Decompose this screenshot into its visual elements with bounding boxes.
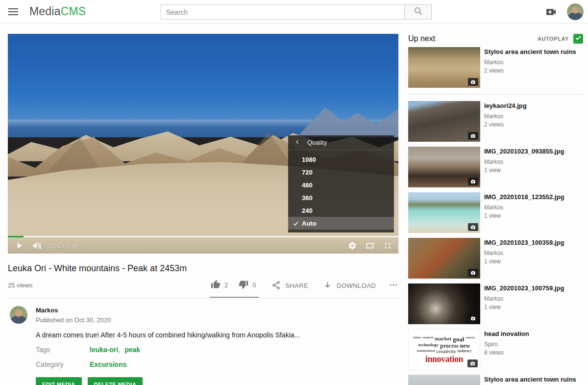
- up-next-item-title: Stylos area ancient town ruins: [484, 48, 576, 56]
- app-logo[interactable]: MediaCMS: [29, 5, 86, 18]
- author-section: Markos Published on Oct 30, 2020: [8, 306, 398, 324]
- up-next-item-author: Markos: [484, 295, 564, 302]
- media-thumbnail[interactable]: [408, 283, 480, 324]
- quality-options: 1080 720 480 360: [288, 150, 394, 232]
- media-thumbnail[interactable]: [408, 47, 480, 88]
- quality-option-label: 480: [302, 181, 313, 189]
- category-row: Category Excursions: [36, 360, 398, 368]
- dislike-button[interactable]: 0: [239, 280, 256, 291]
- up-next-item-title: IMG_20201023_100359.jpg: [484, 239, 564, 247]
- up-next-item-author: Markos: [484, 250, 564, 257]
- theater-mode-icon: [365, 241, 375, 251]
- ratings-group: 2 0: [210, 280, 259, 298]
- time-display: 0:01 / 0:46: [49, 242, 78, 249]
- check-icon: [288, 207, 302, 214]
- share-button[interactable]: SHARE: [271, 281, 308, 297]
- image-type-badge: [468, 178, 478, 185]
- divider: [8, 298, 398, 298]
- quality-option-label: 360: [302, 194, 313, 202]
- fullscreen-icon: [383, 241, 392, 250]
- quality-option-label: 1080: [302, 156, 316, 163]
- search-icon: [414, 6, 423, 18]
- media-thumbnail[interactable]: [408, 147, 480, 187]
- quality-option[interactable]: Auto: [288, 217, 394, 230]
- check-icon: [288, 195, 302, 201]
- autoplay-label: AUTOPLAY: [538, 36, 569, 42]
- media-thumbnail[interactable]: [408, 192, 480, 233]
- up-next-title: Up next: [408, 34, 435, 43]
- search-button[interactable]: [405, 4, 432, 20]
- search-input[interactable]: [161, 4, 405, 20]
- up-next-item-title: IMG_20201018_123552.jpg: [484, 193, 564, 201]
- play-button[interactable]: [14, 241, 24, 251]
- image-type-badge: [468, 223, 478, 231]
- image-type-badge: [468, 314, 478, 322]
- category-link[interactable]: Excursions: [90, 360, 126, 368]
- up-next-item[interactable]: Stylos area ancient town ruins Markos 2 …: [408, 47, 583, 95]
- video-player[interactable]: 0:01 / 0:46 Quality: [8, 34, 398, 254]
- up-next-item[interactable]: IMG_20201023_093855.jpg Markos 1 view: [408, 147, 583, 187]
- quality-option[interactable]: 360: [288, 191, 394, 204]
- tag-link[interactable]: peak: [124, 346, 140, 354]
- share-icon: [271, 281, 281, 291]
- player-controls: 0:01 / 0:46: [8, 237, 398, 254]
- quality-option-label: 720: [302, 169, 313, 176]
- quality-option-label: 240: [302, 207, 313, 214]
- media-description: A dream comes true! After 4-5 hours of c…: [36, 331, 398, 339]
- owner-actions: EDIT MEDIA DELETE MEDIA: [36, 377, 398, 385]
- more-options-button[interactable]: [389, 280, 398, 297]
- play-icon: [14, 241, 24, 251]
- user-avatar[interactable]: [567, 3, 584, 20]
- menu-icon[interactable]: [8, 6, 19, 17]
- download-icon: [323, 281, 332, 291]
- settings-button[interactable]: [348, 241, 357, 250]
- fullscreen-button[interactable]: [383, 241, 392, 250]
- media-thumbnail[interactable]: [408, 238, 480, 279]
- check-icon: [288, 156, 302, 163]
- media-thumbnail[interactable]: [408, 101, 480, 142]
- quality-option[interactable]: 1080: [288, 153, 394, 166]
- author-avatar[interactable]: [10, 306, 27, 324]
- up-next-item[interactable]: IMG_20201023_100759.jpg Markos 1 view: [408, 283, 583, 324]
- up-next-item-author: Markos: [484, 204, 564, 211]
- up-next-item-views: 2 views: [484, 121, 527, 128]
- up-next-item-views: 1 view: [484, 258, 564, 265]
- media-thumbnail[interactable]: [408, 375, 480, 385]
- autoplay-checkbox[interactable]: [573, 34, 583, 44]
- image-type-badge: [468, 78, 478, 86]
- author-name[interactable]: Markos: [36, 307, 111, 314]
- like-button[interactable]: 2: [211, 280, 228, 291]
- up-next-item-views: 1 view: [484, 304, 564, 310]
- up-next-item-views: 2 views: [484, 67, 576, 74]
- quality-menu-title: Quality: [307, 139, 327, 146]
- media-thumbnail[interactable]: betterresearchmarketgoalsourcestechnolog…: [408, 329, 480, 370]
- check-icon: [288, 169, 302, 176]
- up-next-item-title: IMG_20201023_100759.jpg: [484, 284, 564, 292]
- image-type-badge: [468, 269, 478, 277]
- quality-option[interactable]: 720: [288, 166, 394, 179]
- delete-media-button[interactable]: DELETE MEDIA: [88, 377, 143, 385]
- theater-mode-button[interactable]: [365, 241, 375, 251]
- download-button[interactable]: DOWNLOAD: [323, 281, 376, 297]
- mute-button[interactable]: [32, 241, 42, 251]
- up-next-item[interactable]: IMG_20201023_100359.jpg Markos 1 view: [408, 238, 583, 279]
- tag-link[interactable]: leuka-ori: [90, 346, 118, 354]
- main-column: 0:01 / 0:46 Quality: [8, 34, 398, 385]
- up-next-item[interactable]: leykaori24.jpg Markos 2 views: [408, 101, 583, 142]
- up-next-item-views: 1 view: [484, 167, 564, 174]
- chevron-left-icon: [294, 138, 301, 147]
- up-next-sidebar: Up next AUTOPLAY Stylos area ancient tow…: [408, 34, 583, 385]
- edit-media-button[interactable]: EDIT MEDIA: [36, 377, 82, 385]
- publish-date: Published on Oct 30, 2020: [36, 316, 111, 324]
- up-next-item[interactable]: betterresearchmarketgoalsourcestechnolog…: [408, 329, 583, 370]
- up-next-item-author: Spiro: [484, 341, 529, 348]
- thumbs-down-icon: [239, 280, 248, 291]
- up-next-item[interactable]: IMG_20201018_123552.jpg Markos 1 view: [408, 192, 583, 233]
- quality-option[interactable]: 240: [288, 204, 394, 217]
- quality-menu-back[interactable]: Quality: [288, 135, 394, 150]
- tags-label: Tags: [36, 346, 90, 354]
- search-bar: [161, 4, 432, 20]
- up-next-item[interactable]: Stylos area ancient town ruins: [408, 375, 583, 385]
- upload-media-icon[interactable]: [545, 6, 557, 20]
- quality-option[interactable]: 480: [288, 179, 394, 191]
